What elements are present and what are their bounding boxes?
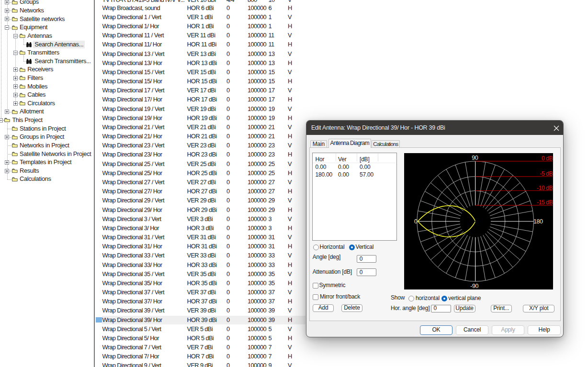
svg-text:-90: -90 [470, 283, 478, 289]
svg-text:0 dB: 0 dB [542, 155, 553, 162]
svg-text:-10 dB: -10 dB [537, 185, 553, 191]
svg-text:0: 0 [414, 218, 418, 225]
svg-text:-15 dB: -15 dB [537, 199, 553, 206]
svg-text:180: 180 [533, 218, 543, 225]
svg-text:-5 dB: -5 dB [540, 170, 553, 177]
svg-text:90: 90 [472, 155, 478, 161]
